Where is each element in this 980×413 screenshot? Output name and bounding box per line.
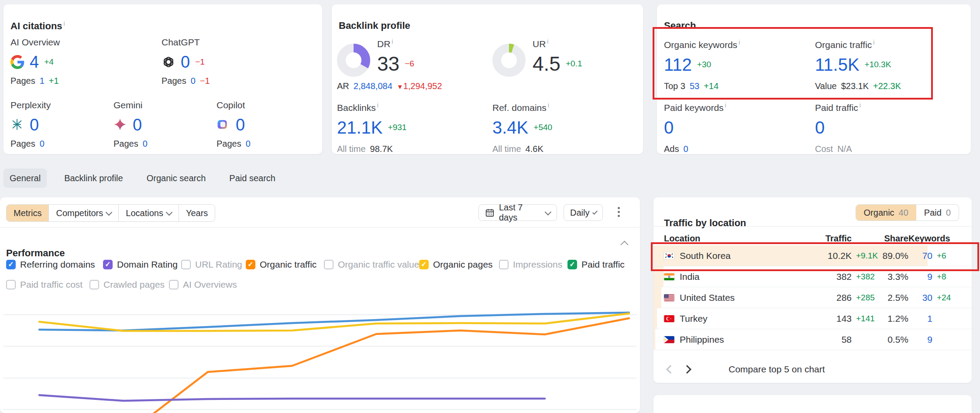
tab-general[interactable]: General [3,169,47,188]
chevron-down-icon [545,208,551,215]
granularity-button[interactable]: Daily [564,204,603,221]
gemini-icon [113,118,127,132]
search-panel: Search Organic keywordsi 112+30 Top 353+… [657,4,971,154]
ai-item-gemini: Gemini 0 Pages 0 [113,100,148,149]
checkbox-organic-traffic[interactable]: ✓Organic traffic [246,258,316,271]
share-bar [653,308,657,329]
chevron-left-icon [666,365,675,374]
share-bar [653,329,655,350]
metric-value[interactable]: 0 [181,53,190,72]
organic-keywords-metric: Organic keywordsi 112+30 Top 353+14 [664,37,740,91]
checkbox-impressions[interactable]: Impressions [499,258,562,271]
performance-line-chart [0,288,640,413]
table-row-india[interactable]: India 382 +382 3.3% 9 +8 [653,266,972,287]
organic-traffic-metric: Organic traffici 11.5K+10.3K Value$23.1K… [815,37,901,91]
checkbox-paid-traffic[interactable]: ✓Paid traffic [567,258,625,271]
info-icon[interactable]: i [377,102,378,109]
checkbox-box: ✓ [6,260,16,269]
metric-value[interactable]: 0 [815,118,825,138]
panel-title: Traffic by location [664,217,746,229]
calendar-icon [485,208,495,217]
toggle-organic[interactable]: Organic40 [856,205,916,220]
tab-organic-search[interactable]: Organic search [141,169,212,188]
checkbox-box: ✓ [567,260,577,269]
google-icon [10,55,24,69]
checkbox-organic-traffic-value[interactable]: Organic traffic value [324,258,419,271]
openai-icon [162,55,175,69]
chevron-down-icon [592,209,598,214]
info-icon[interactable]: i [739,39,740,46]
chevron-down-icon [166,209,173,216]
ar-line: AR 2,848,084 ▼1,294,952 [337,81,442,91]
checkbox-box: ✓ [419,260,429,269]
pagination-prev-button[interactable] [663,362,678,377]
metric-value[interactable]: 4 [30,53,39,72]
filter-segmented-control: Metrics Competitors Locations Years [6,204,215,222]
metric-value[interactable]: 0 [664,118,674,138]
info-icon[interactable]: i [392,38,393,45]
ur-donut-chart [492,44,526,77]
tab-paid-search[interactable]: Paid search [223,169,282,188]
pages-line: Pages 0 [113,139,148,149]
metric-value[interactable]: 3.4K [492,118,528,138]
flag-turkey-icon [664,315,674,322]
metric-delta: −6 [405,59,414,69]
info-icon[interactable]: i [860,102,861,109]
metric-value[interactable]: 21.1K [337,118,383,138]
checkbox-organic-pages[interactable]: ✓Organic pages [419,258,493,271]
metric-delta: +10.3K [865,60,891,69]
checkbox-box: ✓ [246,260,255,269]
ai-item-copilot: Copilot 0 Pages 0 [217,100,251,149]
metric-delta: −1 [195,57,205,67]
collapse-section-button[interactable] [620,241,628,248]
pages-line: Pages 0 [10,139,51,149]
table-row-south-korea[interactable]: South Korea 10.2K +9.1K 89.0% 70 +6 [653,245,972,266]
pages-line: Pages 0 [217,139,251,149]
table-row-united-states[interactable]: United States 286 +285 2.5% 30 +24 [653,287,972,308]
backlink-profile-panel: Backlink profile DRi 33−6 AR 2,848,084 ▼… [332,4,643,154]
checkbox-url-rating[interactable]: URL Rating [181,258,242,271]
pagination-next-button[interactable] [680,362,695,377]
info-icon[interactable]: i [873,39,874,46]
paid-keywords-metric: Paid keywordsi 0 Ads0 [664,100,726,154]
flag-united-states-icon [664,294,674,301]
panel-title: Search [664,20,696,31]
share-bar [653,266,664,287]
segment-competitors[interactable]: Competitors [49,205,119,221]
metric-delta: +931 [388,123,407,132]
checkbox-box: ✓ [103,260,113,269]
date-range-button[interactable]: Last 7 days [478,204,557,221]
info-icon[interactable]: i [548,102,549,109]
metric-value[interactable]: 0 [236,116,245,134]
table-header: Location Traffic Share Keywords [653,231,972,245]
segment-locations[interactable]: Locations [119,205,179,221]
table-row-turkey[interactable]: Turkey 143 +141 1.2% 1 [653,308,972,329]
panel-title: AI citationsi [10,20,65,32]
checkbox-referring-domains[interactable]: ✓Referring domains [6,258,95,271]
location-table: South Korea 10.2K +9.1K 89.0% 70 +6 Indi… [653,245,972,350]
traffic-by-location-panel: Traffic by location Organic40 Paid0 Loca… [653,197,972,383]
metric-value[interactable]: 11.5K [815,55,860,75]
table-row-philippines[interactable]: Philippines 58 0.5% 9 [653,329,972,350]
pages-line: Pages 1 +1 [10,76,60,86]
ref-domains-metric: Ref. domainsi 3.4K+540 All time4.6K [492,100,552,154]
tab-backlink-profile[interactable]: Backlink profile [58,169,129,188]
info-icon[interactable]: i [547,38,548,45]
metric-delta: +4 [44,57,54,67]
compare-top5-link[interactable]: Compare top 5 on chart [729,364,825,375]
segment-metrics[interactable]: Metrics [7,205,49,221]
metric-delta: +540 [533,123,552,132]
metric-value[interactable]: 0 [30,116,39,134]
segment-years[interactable]: Years [179,205,215,221]
toggle-paid[interactable]: Paid0 [916,205,959,220]
metric-value[interactable]: 0 [133,116,142,134]
kebab-menu-button[interactable] [613,207,624,217]
info-icon[interactable]: i [64,20,65,27]
metric-value[interactable]: 112 [664,55,692,75]
flag-south-korea-icon [664,252,674,259]
info-icon[interactable]: i [725,102,726,109]
panel-title: Backlink profile [339,20,410,31]
checkbox-domain-rating[interactable]: ✓Domain Rating [103,258,178,271]
dr-metric: DRi 33−6 [377,36,414,74]
share-bar [653,287,661,308]
